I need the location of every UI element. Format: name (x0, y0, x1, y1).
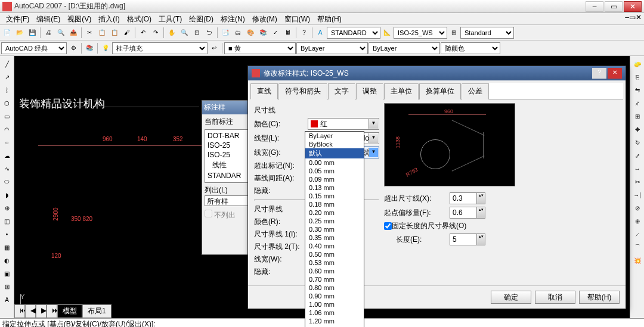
dc-icon[interactable]: 🗂 (232, 27, 244, 39)
xline-icon[interactable]: ↗ (1, 71, 13, 83)
matchprop-icon[interactable]: 🖌 (121, 27, 133, 39)
dialog-help-icon[interactable]: ? (592, 68, 606, 79)
region-icon[interactable]: ▣ (1, 267, 13, 279)
lineweight-option[interactable]: 0.20 mm (305, 208, 364, 217)
help-icon[interactable]: ? (298, 27, 310, 39)
lineweight-option[interactable]: 0.15 mm (305, 192, 364, 200)
maximize-button[interactable]: ▭ (605, 1, 623, 12)
lineweight-option[interactable]: 0.50 mm (305, 250, 364, 259)
menu-window[interactable]: 窗口(W) (281, 13, 314, 24)
ws-settings-icon[interactable]: ⚙ (67, 42, 79, 54)
tab-fit[interactable]: 调整 (356, 83, 383, 99)
doc-minimize-button[interactable]: – (625, 13, 629, 23)
array-icon[interactable]: ⊞ (631, 110, 643, 122)
trim-icon[interactable]: ✂ (631, 176, 643, 188)
tab-tol[interactable]: 公差 (462, 83, 489, 99)
lineweight-option[interactable]: 0.18 mm (305, 200, 364, 208)
properties-icon[interactable]: 📑 (219, 27, 231, 39)
revcloud-icon[interactable]: ☁ (1, 150, 13, 161)
lineweight-option[interactable]: 0.30 mm (305, 225, 364, 233)
lineweight-option[interactable]: 0.40 mm (305, 242, 364, 250)
lineweight-option[interactable]: 0.25 mm (305, 217, 364, 225)
tab-layout1[interactable]: 布局1 (82, 304, 112, 318)
pan-icon[interactable]: ✋ (166, 27, 178, 39)
menu-insert[interactable]: 插入(I) (95, 13, 123, 24)
lineweight-option[interactable]: ByLayer (305, 132, 364, 140)
lineweight-option[interactable]: 0.05 mm (305, 167, 364, 175)
fillet-icon[interactable]: ⌒ (631, 241, 643, 253)
dialog-titlebar[interactable]: 修改标注样式: ISO-25_WS ? ✕ (248, 66, 626, 80)
fixed-len-input[interactable]: 5▴▾ (450, 233, 485, 245)
ellipse-icon[interactable]: ⬭ (1, 176, 13, 188)
menu-format[interactable]: 格式(O) (123, 13, 155, 24)
block-icon[interactable]: ◫ (1, 215, 13, 227)
menu-dimension[interactable]: 标注(N) (217, 13, 249, 24)
insert-icon[interactable]: ⊕ (1, 202, 13, 214)
ok-button[interactable]: 确定 (491, 291, 531, 304)
print-icon[interactable]: 🖨 (42, 27, 54, 39)
doc-close-button[interactable]: ✕ (636, 13, 642, 23)
point-icon[interactable]: • (1, 228, 13, 240)
fixed-len-checkbox[interactable] (384, 222, 392, 230)
markup-icon[interactable]: ✓ (270, 27, 281, 39)
ext-beyond-input[interactable]: 0.3▴▾ (450, 192, 485, 204)
tab-alt[interactable]: 换算单位 (419, 83, 461, 99)
explode-icon[interactable]: 💥 (631, 254, 643, 266)
mtext-icon[interactable]: A (1, 294, 13, 306)
gradient-icon[interactable]: ◐ (1, 254, 13, 266)
lineweight-option[interactable]: 0.35 mm (305, 233, 364, 242)
menu-tools[interactable]: 工具(T) (155, 13, 185, 24)
ellipsearc-icon[interactable]: ◗ (1, 189, 13, 201)
paste-icon[interactable]: 📋 (109, 27, 120, 39)
lineweight-option[interactable]: 0.00 mm (305, 158, 364, 167)
move-icon[interactable]: ✥ (631, 123, 643, 135)
plotstyle-combo[interactable]: 随颜色 (441, 42, 500, 54)
close-button[interactable]: ✕ (624, 1, 642, 12)
cut-icon[interactable]: ✂ (83, 27, 95, 39)
spline-icon[interactable]: ∿ (1, 163, 13, 175)
lineweight-option[interactable]: 1.00 mm (305, 300, 364, 309)
publish-icon[interactable]: 📤 (67, 27, 79, 39)
list-combo[interactable]: 所有样 (205, 195, 252, 206)
break-icon[interactable]: ⊘ (631, 202, 643, 214)
lineweight-option[interactable]: 1.20 mm (305, 317, 364, 325)
menu-modify[interactable]: 修改(M) (249, 13, 281, 24)
layer-prev-icon[interactable]: ↩ (208, 42, 220, 54)
extend-icon[interactable]: →| (631, 189, 643, 201)
scale-icon[interactable]: ⤢ (631, 150, 643, 161)
preview-icon[interactable]: 🔍 (55, 27, 67, 39)
style-list[interactable]: DOT-BAR ISO-25 ISO-25 线性 STANDAR (205, 129, 252, 183)
new-icon[interactable]: 📄 (1, 27, 13, 39)
tab-next-icon[interactable]: ▶ (36, 304, 47, 318)
tab-primary[interactable]: 主单位 (384, 83, 419, 99)
lineweight-option[interactable]: 1.06 mm (305, 309, 364, 317)
join-icon[interactable]: ⊕ (631, 215, 643, 227)
help-button[interactable]: 帮助(H) (579, 291, 620, 304)
tab-lines[interactable]: 直线 (250, 83, 278, 99)
lineweight-option[interactable]: 0.60 mm (305, 267, 364, 275)
dialog-close-icon[interactable]: ✕ (608, 68, 622, 79)
menu-draw[interactable]: 绘图(D) (185, 13, 217, 24)
dimstyle-combo[interactable]: ISO-25_WS (394, 27, 447, 39)
circle-icon[interactable]: ○ (1, 136, 13, 148)
ssm-icon[interactable]: 📚 (257, 27, 269, 39)
lineweight-option[interactable]: 0.53 mm (305, 259, 364, 267)
save-icon[interactable]: 💾 (26, 27, 38, 39)
lineweight-option[interactable]: ByBlock (305, 140, 364, 148)
lineweight-combo[interactable]: ByLayer (369, 42, 440, 54)
redo-icon[interactable]: ↷ (150, 27, 162, 39)
toolpal-icon[interactable]: 🎨 (244, 27, 256, 39)
tab-model[interactable]: 模型 (57, 304, 82, 318)
arc-icon[interactable]: ◠ (1, 123, 13, 135)
stretch-icon[interactable]: ↔ (631, 163, 643, 175)
lineweight-option[interactable]: 默认 (305, 148, 364, 158)
tab-prev-icon[interactable]: ◀ (25, 304, 36, 318)
doc-restore-button[interactable]: ▭ (629, 13, 636, 23)
open-icon[interactable]: 📂 (14, 27, 26, 39)
zoom-win-icon[interactable]: ⊡ (191, 27, 203, 39)
tab-text[interactable]: 文字 (328, 83, 355, 99)
color-combo[interactable]: ■ 黄 (224, 42, 296, 54)
minimize-button[interactable]: – (586, 1, 603, 12)
line-icon[interactable]: ╱ (1, 58, 13, 70)
lineweight-option[interactable]: 0.09 mm (305, 175, 364, 183)
